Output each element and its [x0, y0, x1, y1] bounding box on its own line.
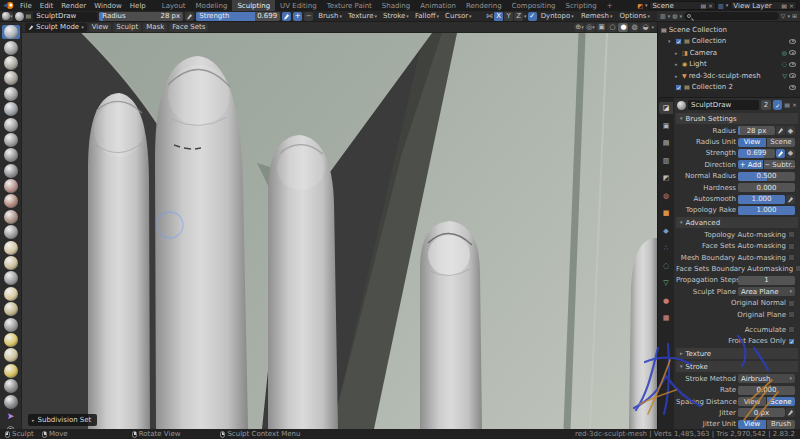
- radius-slider[interactable]: Radius28 px: [99, 12, 183, 21]
- fake-user-shield-icon[interactable]: ✓: [773, 100, 782, 110]
- display-mode-chevron-icon[interactable]: ▾: [679, 14, 682, 19]
- symmetry-z-button[interactable]: Z: [514, 12, 523, 21]
- slider-topology-rake[interactable]: 1.000: [738, 206, 795, 215]
- brush-slot-clay[interactable]: [2, 56, 20, 70]
- radius-pressure-icon[interactable]: [185, 12, 194, 21]
- menu-edit[interactable]: Edit: [36, 2, 58, 10]
- option-add[interactable]: + Add: [738, 160, 763, 169]
- brush-slot-pinch[interactable]: [2, 240, 20, 254]
- collection-checkbox[interactable]: [675, 38, 682, 45]
- options-menu[interactable]: Options▾: [616, 12, 653, 20]
- workspace-tab-layout[interactable]: Layout: [157, 0, 191, 11]
- visibility-eye-icon[interactable]: [789, 85, 796, 90]
- slider-propagation-steps[interactable]: 1: [738, 276, 795, 285]
- brush-slot-clay-thumb[interactable]: [2, 87, 20, 101]
- checkbox-topology-auto-masking[interactable]: [788, 231, 795, 238]
- outliner-root-row[interactable]: ▤ Scene Collection: [658, 24, 800, 36]
- collection-checkbox[interactable]: [675, 84, 682, 91]
- brush-slot-scrape[interactable]: [2, 210, 20, 224]
- brush-slot-smooth[interactable]: [2, 164, 20, 178]
- brush-slot-multiplane-scrape[interactable]: [2, 225, 20, 239]
- workspace-tab-modeling[interactable]: Modeling: [191, 0, 233, 11]
- shading-wireframe-icon[interactable]: ○: [607, 23, 617, 32]
- section-texture[interactable]: ▸Texture: [676, 348, 798, 359]
- mode-selector[interactable]: Sculpt Mode ▾: [25, 23, 87, 32]
- outliner-search-input[interactable]: [684, 12, 779, 20]
- menu-window[interactable]: Window: [90, 2, 126, 10]
- brush-slot-rotate[interactable]: [2, 348, 20, 362]
- brush-slot-thumb[interactable]: [2, 302, 20, 316]
- outliner-row-red-3dc-sculpt-mesh[interactable]: ▸▼red-3dc-sculpt-mesh▽: [658, 70, 800, 82]
- properties-tab-output[interactable]: ▤: [659, 137, 673, 149]
- brush-slot-fill[interactable]: [2, 194, 20, 208]
- brush-slot-pose[interactable]: [2, 317, 20, 331]
- brush-slot-inflate[interactable]: [2, 117, 20, 131]
- shading-rendered-icon[interactable]: ◒: [640, 23, 650, 32]
- dyntopo-menu[interactable]: Dyntopo▾: [538, 12, 577, 20]
- shading-chevron-icon[interactable]: ▾: [651, 25, 654, 30]
- workspace-tab-animation[interactable]: Animation: [415, 0, 461, 11]
- menu-texture[interactable]: Texture▾: [345, 12, 380, 20]
- workspace-tab-scripting[interactable]: Scripting: [561, 0, 602, 11]
- visibility-eye-icon[interactable]: [789, 50, 796, 55]
- checkbox-face-sets-auto-masking[interactable]: [788, 243, 795, 250]
- menu-sculpt[interactable]: Sculpt: [113, 23, 141, 32]
- tool-icon-transform[interactable]: ➤: [3, 410, 19, 422]
- properties-tab-view-layer[interactable]: ▥: [659, 155, 673, 167]
- brush-slot-crease[interactable]: [2, 148, 20, 162]
- checkbox-original-normal[interactable]: [788, 300, 795, 307]
- workspace-tab-sculpting[interactable]: Sculpting: [232, 0, 275, 11]
- slider-normal-radius[interactable]: 0.500: [738, 172, 795, 181]
- slider-jitter[interactable]: 0 px: [738, 408, 785, 417]
- option-view[interactable]: View: [738, 420, 766, 429]
- new-scene-icon[interactable]: ▤: [700, 3, 706, 9]
- gizmo-icon[interactable]: ⊕▾: [574, 23, 584, 32]
- brush-slot-slide-relax[interactable]: [2, 364, 20, 378]
- properties-tab-object[interactable]: ■: [659, 207, 673, 219]
- symmetry-y-button[interactable]: Y: [504, 12, 513, 21]
- brush-datablock-icon[interactable]: ▤: [26, 13, 32, 19]
- expander-icon[interactable]: ▸: [675, 50, 680, 56]
- option-view[interactable]: View: [738, 138, 766, 147]
- expander-icon[interactable]: ▸: [675, 61, 680, 67]
- pressure-icon[interactable]: [786, 408, 795, 417]
- menu-stroke[interactable]: Stroke▾: [380, 12, 412, 20]
- properties-tab-particles[interactable]: ∴: [659, 242, 673, 254]
- visibility-eye-icon[interactable]: [789, 62, 796, 67]
- view-layer-chevron-icon[interactable]: ▾: [726, 3, 729, 8]
- shading-solid-icon[interactable]: ●: [618, 23, 628, 32]
- section-stroke[interactable]: ▾Stroke: [676, 361, 798, 372]
- menu-brush[interactable]: Brush▾: [315, 12, 345, 20]
- new-view-layer-icon[interactable]: ▤: [781, 3, 787, 9]
- pressure-icon[interactable]: [776, 126, 785, 135]
- outliner-row-light[interactable]: ▸◉Light◌: [658, 59, 800, 71]
- expander-icon[interactable]: ▸: [675, 73, 680, 79]
- outliner-row-camera[interactable]: ▸◨Camera◎: [658, 47, 800, 59]
- brush-slot-simplify[interactable]: [2, 379, 20, 393]
- outliner-row-collection[interactable]: ▾▤Collection: [658, 36, 800, 48]
- properties-tab-texture[interactable]: ▦: [659, 312, 673, 324]
- workspace-tab-uv-editing[interactable]: UV Editing: [275, 0, 322, 11]
- editor-type-icon[interactable]: ▥: [660, 13, 666, 19]
- option-scene[interactable]: Scene: [767, 397, 795, 406]
- animate-icon[interactable]: ◆: [786, 126, 795, 135]
- checkbox-face-sets-boundary-automasking[interactable]: [795, 265, 800, 272]
- option-scene[interactable]: Scene: [767, 138, 795, 147]
- active-tool-dropdown[interactable]: ▾: [2, 12, 13, 21]
- direction-add-button[interactable]: +: [293, 12, 302, 21]
- brush-slot-layer[interactable]: [2, 102, 20, 116]
- workspace-tab-rendering[interactable]: Rendering: [461, 0, 507, 11]
- new-collection-icon[interactable]: ⊞: [792, 13, 797, 19]
- annotate-pressure-toggle-icon[interactable]: ✓: [528, 12, 537, 21]
- workspace-tab-texture-paint[interactable]: Texture Paint: [322, 0, 377, 11]
- option-subtr[interactable]: − Subtr..: [764, 160, 795, 169]
- brush-slot-flatten[interactable]: [2, 179, 20, 193]
- visibility-eye-icon[interactable]: [789, 73, 796, 78]
- section-brush-settings[interactable]: ▾Brush Settings: [676, 113, 798, 124]
- properties-tab-world[interactable]: ◍: [659, 190, 673, 202]
- overlays-icon[interactable]: ◎▾: [585, 23, 595, 32]
- operator-toast[interactable]: ▸ Subdivision Set: [28, 414, 97, 426]
- brush-icon[interactable]: [677, 101, 686, 110]
- blender-logo-icon[interactable]: [3, 1, 15, 10]
- brush-slot-draw-sharp[interactable]: [2, 40, 20, 54]
